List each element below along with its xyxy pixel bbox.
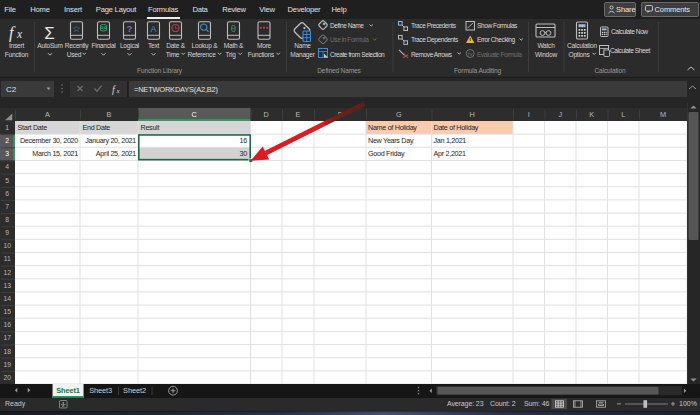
svg-text:Sheet1: Sheet1 xyxy=(56,386,80,395)
svg-text:Ready: Ready xyxy=(5,401,26,409)
svg-text:Average: 23: Average: 23 xyxy=(447,401,484,409)
svg-text:Count: 2: Count: 2 xyxy=(490,401,516,408)
svg-text:Sheet2: Sheet2 xyxy=(123,386,146,395)
svg-text:100%: 100% xyxy=(679,401,697,408)
svg-text:Sheet3: Sheet3 xyxy=(89,386,112,395)
svg-text:Sum: 46: Sum: 46 xyxy=(524,401,550,408)
